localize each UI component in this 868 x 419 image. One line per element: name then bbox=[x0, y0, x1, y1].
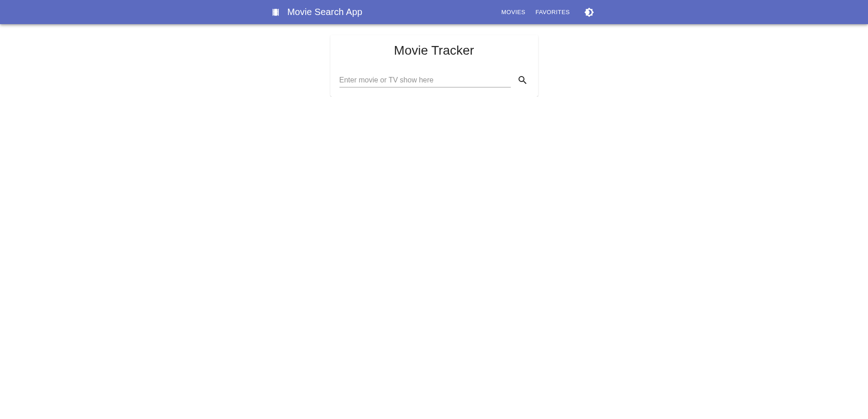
search-card: Movie Tracker bbox=[330, 35, 538, 97]
search-field bbox=[339, 73, 511, 87]
search-icon bbox=[517, 75, 528, 86]
nav-links: Movies Favorites bbox=[501, 4, 597, 20]
app-title: Movie Search App bbox=[288, 7, 502, 17]
main-content: Movie Tracker bbox=[0, 24, 868, 97]
search-input[interactable] bbox=[339, 73, 511, 87]
card-title: Movie Tracker bbox=[339, 43, 529, 58]
nav-link-movies[interactable]: Movies bbox=[501, 9, 525, 15]
search-row bbox=[339, 73, 529, 87]
app-bar: Movie Search App Movies Favorites bbox=[0, 0, 868, 24]
theaters-icon bbox=[271, 8, 280, 17]
brightness-icon bbox=[584, 7, 594, 17]
search-button[interactable] bbox=[516, 74, 529, 87]
theme-toggle-button[interactable] bbox=[581, 4, 597, 20]
nav-link-favorites[interactable]: Favorites bbox=[535, 9, 570, 15]
app-bar-inner: Movie Search App Movies Favorites bbox=[271, 4, 597, 20]
